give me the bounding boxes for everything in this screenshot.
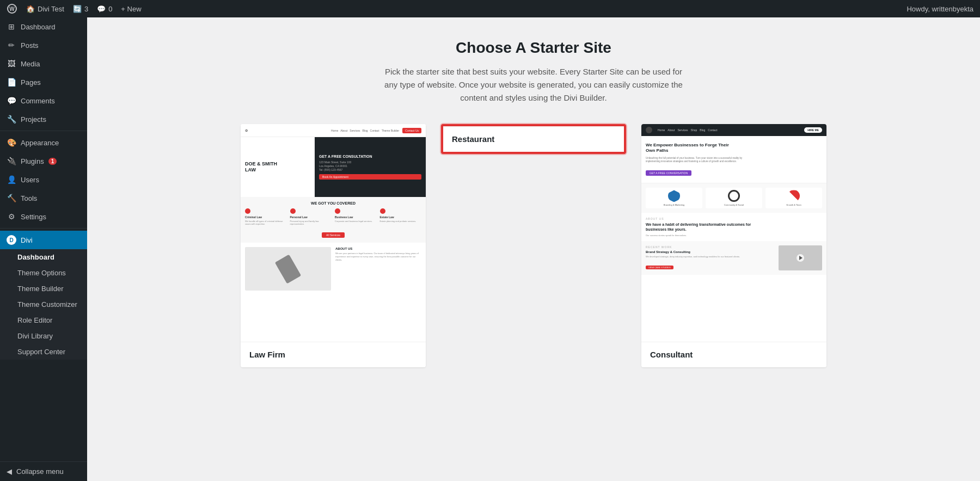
sidebar-label-appearance: Appearance <box>21 139 59 147</box>
plugins-icon: 🔌 <box>7 156 16 166</box>
law-all-services-btn: All Services <box>322 232 345 238</box>
law-nav-link-5: Contact <box>370 129 379 132</box>
law-col-4: Estate Law Estate planning and probate s… <box>380 208 422 225</box>
law-hero-right: GET A FREE CONSULTATION 123 Main Street,… <box>315 137 426 197</box>
home-icon: 🏠 <box>26 5 35 13</box>
law-services-section: WE GOT YOU COVERED Criminal Law We handl… <box>241 197 426 243</box>
sidebar-label-plugins: Plugins <box>21 157 44 165</box>
sidebar-item-tools[interactable]: 🔨 Tools <box>0 189 87 207</box>
sidebar-label-divi: Divi <box>21 236 33 244</box>
sidebar-item-projects[interactable]: 🔧 Projects <box>0 110 87 128</box>
law-nav-link-4: Blog <box>363 129 368 132</box>
law-col-text-1: We handle all types of criminal defense … <box>245 220 287 225</box>
sidebar-label-media: Media <box>21 60 40 68</box>
con-hero: We Empower Businesses to Forge Their Own… <box>641 136 826 183</box>
sidebar-label-settings: Settings <box>21 213 46 221</box>
con-nav-services: Services <box>677 128 688 132</box>
updates-item[interactable]: 🔄 3 <box>73 5 88 13</box>
appearance-icon: 🎨 <box>7 138 16 147</box>
wp-logo-item[interactable]: W <box>7 3 17 14</box>
law-bottom-btn: All Services <box>245 229 421 238</box>
law-nav-logo: ⊙ <box>245 128 248 132</box>
law-hero-right-title: GET A FREE CONSULTATION <box>319 155 421 158</box>
sidebar-sub-theme-customizer[interactable]: Theme Customizer <box>0 297 87 312</box>
sidebar-sub-label-support-center: Support Center <box>17 348 65 356</box>
law-col-icon-2 <box>290 208 296 214</box>
sidebar-item-divi[interactable]: D Divi <box>0 231 87 249</box>
comments-sidebar-icon: 💬 <box>7 96 16 106</box>
site-name-item[interactable]: 🏠 Divi Test <box>26 5 64 13</box>
divi-icon: D <box>7 235 16 245</box>
sidebar-item-appearance[interactable]: 🎨 Appearance <box>0 133 87 152</box>
comments-item[interactable]: 💬 0 <box>97 5 112 13</box>
sidebar-item-media[interactable]: 🖼 Media <box>0 54 87 73</box>
law-col-text-4: Estate planning and probate services. <box>380 220 422 223</box>
con-play-button <box>797 254 804 262</box>
sidebar-sub-label-role-editor: Role Editor <box>17 316 52 324</box>
sidebar-sub-label-theme-options: Theme Options <box>17 269 66 277</box>
sidebar-sub-theme-builder[interactable]: Theme Builder <box>0 281 87 297</box>
con-service-branding: Branding & Marketing <box>646 188 702 208</box>
admin-bar: W 🏠 Divi Test 🔄 3 💬 0 + New Howdy, writt… <box>0 0 980 17</box>
law-nav: ⊙ Home About Services Blog Contact Theme… <box>241 124 426 137</box>
con-service-icon-community <box>728 190 740 202</box>
new-item[interactable]: + New <box>121 5 141 13</box>
wp-icon: W <box>7 3 17 14</box>
divider-2 <box>0 228 87 229</box>
con-play-triangle <box>799 256 803 260</box>
law-nav-link-3: Services <box>350 129 360 132</box>
law-firm-footer: Law Firm <box>241 342 426 367</box>
sidebar-sub-divi-dashboard[interactable]: Dashboard <box>0 249 87 265</box>
law-col-icon-4 <box>380 208 385 214</box>
page-title: Choose A Starter Site <box>120 39 947 57</box>
law-nav-cta: Contact Us <box>402 128 421 133</box>
sidebar-sub-theme-options[interactable]: Theme Options <box>0 265 87 281</box>
sidebar-item-posts[interactable]: ✏ Posts <box>0 36 87 54</box>
con-recent-label: RECENT WORK <box>646 245 774 249</box>
sidebar-label-tools: Tools <box>21 194 37 202</box>
sidebar: ⊞ Dashboard ✏ Posts 🖼 Media 📄 Pages 💬 Co… <box>0 17 87 481</box>
divider-1 <box>0 131 87 131</box>
con-recent-text: RECENT WORK Brand Strategy & Consulting … <box>646 245 774 270</box>
law-col-title-3: Business Law <box>335 215 377 219</box>
con-hero-cta: GET A FREE CONVERSATION <box>646 170 691 176</box>
sidebar-item-settings[interactable]: ⚙ Settings <box>0 207 87 226</box>
con-service-label-growth: Growth & Team <box>786 203 801 206</box>
sidebar-item-users[interactable]: 👤 Users <box>0 170 87 189</box>
sidebar-item-comments[interactable]: 💬 Comments <box>0 91 87 110</box>
tools-icon: 🔨 <box>7 193 16 203</box>
con-nav-links: Home About Services Shop Blog Contact <box>658 128 718 132</box>
sidebar-item-dashboard[interactable]: ⊞ Dashboard <box>0 17 87 36</box>
con-recent-body: We developed strategic, deep industry ex… <box>646 255 774 258</box>
collapse-menu[interactable]: ◀ Collapse menu <box>0 461 87 481</box>
sidebar-sub-role-editor[interactable]: Role Editor <box>0 312 87 328</box>
updates-icon: 🔄 <box>73 5 82 13</box>
sidebar-item-plugins[interactable]: 🔌 Plugins 1 <box>0 152 87 170</box>
con-nav-cta: HIRE ME <box>804 127 822 133</box>
con-hero-text: Unleashing the full potential of your bu… <box>646 157 744 164</box>
law-col-text-2: Personal injury and family law represent… <box>290 220 332 225</box>
sidebar-sub-support-center[interactable]: Support Center <box>0 344 87 360</box>
divi-submenu: Dashboard Theme Options Theme Builder Th… <box>0 249 87 360</box>
sidebar-sub-label-divi-library: Divi Library <box>17 332 53 340</box>
settings-icon: ⚙ <box>7 212 16 221</box>
sidebar-sub-divi-library[interactable]: Divi Library <box>0 328 87 344</box>
law-about-title: ABOUT US <box>335 247 421 250</box>
restaurant-name: Restaurant <box>452 134 494 144</box>
con-service-icon-branding <box>668 190 680 202</box>
con-service-label-community: Community & Social <box>724 203 744 206</box>
sidebar-label-dashboard: Dashboard <box>21 23 56 31</box>
sidebar-label-pages: Pages <box>21 78 41 87</box>
comments-count: 0 <box>108 5 112 13</box>
main-content: Choose A Starter Site Pick the starter s… <box>87 17 980 481</box>
howdy-text: Howdy, writtenbyekta <box>906 5 973 13</box>
site-card-law-firm: ⊙ Home About Services Blog Contact Theme… <box>241 124 426 367</box>
dashboard-icon: ⊞ <box>7 22 16 32</box>
law-hero: DOE & SMITHLAW GET A FREE CONSULTATION 1… <box>241 137 426 197</box>
law-firm-preview: ⊙ Home About Services Blog Contact Theme… <box>241 124 426 342</box>
sidebar-item-pages[interactable]: 📄 Pages <box>0 73 87 91</box>
plugins-badge: 1 <box>48 158 57 165</box>
comments-icon: 💬 <box>97 5 106 13</box>
collapse-label: Collapse menu <box>16 467 64 476</box>
law-col-1: Criminal Law We handle all types of crim… <box>245 208 287 225</box>
